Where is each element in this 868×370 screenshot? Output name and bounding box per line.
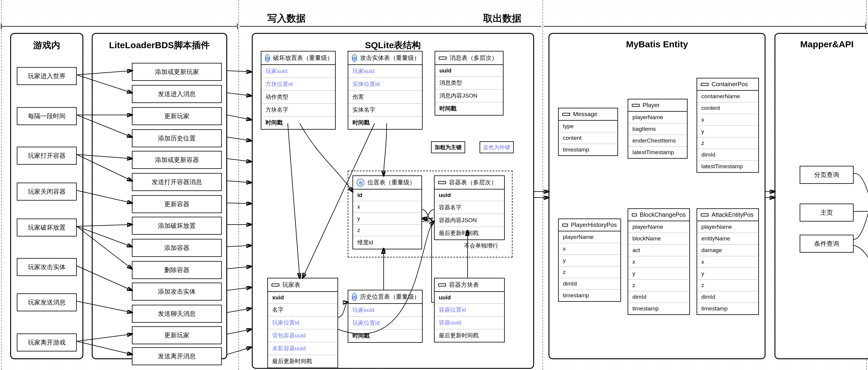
game-node-7[interactable]: 玩家离开游戏 xyxy=(17,334,77,351)
plugin-node-10[interactable]: 添加攻击实体 xyxy=(132,282,222,301)
class-icon xyxy=(562,224,568,227)
class-icon xyxy=(272,283,279,287)
db-icon: ◎ xyxy=(352,293,357,301)
plugin-node-8[interactable]: 添加容器 xyxy=(132,239,222,257)
db-icon: ◎ xyxy=(265,54,270,62)
panel-plugin-title: LiteLoaderBDS脚本插件 xyxy=(93,34,226,55)
ent-player-history-pos[interactable]: PlayerHistoryPos playerName x y z dimId … xyxy=(558,218,621,302)
tbl-container[interactable]: 容器表（多层次） uuid 容器名字 容器内容JSON 最后更新时间戳 xyxy=(434,175,505,240)
plugin-node-5[interactable]: 发送打开容器消息 xyxy=(132,173,222,191)
ent-block-change-pos[interactable]: BlockChangePos playerName blockName act … xyxy=(628,208,690,315)
ruler-read xyxy=(542,0,543,370)
plugin-node-7[interactable]: 添加破坏放置 xyxy=(132,217,222,235)
mapper-node-2[interactable]: 条件查询 xyxy=(800,235,854,253)
tbl-position[interactable]: ◎位置表（重量级） id x y z 维度id xyxy=(352,175,422,249)
game-node-4[interactable]: 玩家破坏放置 xyxy=(17,218,77,236)
plugin-node-4[interactable]: 添加或更新容器 xyxy=(132,151,222,169)
panel-mapper-title: Mapper&API xyxy=(775,34,868,53)
game-node-2[interactable]: 玩家打开容器 xyxy=(17,147,77,165)
db-icon: ◎ xyxy=(352,54,357,62)
class-icon xyxy=(439,57,446,60)
plugin-node-3[interactable]: 添加历史位置 xyxy=(132,129,222,147)
game-node-5[interactable]: 玩家攻击实体 xyxy=(17,258,77,276)
ruler-left xyxy=(1,0,2,370)
plugin-node-13[interactable]: 发送离开消息 xyxy=(132,347,222,365)
db-icon: ◎ xyxy=(357,179,365,187)
plugin-node-2[interactable]: 更新玩家 xyxy=(132,107,222,125)
heading-read: 取出数据 xyxy=(483,12,522,25)
class-icon xyxy=(701,213,709,216)
panel-mapper: Mapper&API xyxy=(774,33,868,359)
mapper-node-0[interactable]: 分页查询 xyxy=(800,166,854,184)
plugin-node-11[interactable]: 发送聊天消息 xyxy=(132,305,222,323)
legend-fk: 蓝色为外键 xyxy=(479,141,514,153)
panel-game-title: 游戏内 xyxy=(11,34,83,55)
game-node-0[interactable]: 玩家进入世界 xyxy=(17,67,77,85)
plugin-node-9[interactable]: 删除容器 xyxy=(132,261,222,279)
label-no-inc: 不会单独增行 xyxy=(464,242,498,250)
tbl-history-pos[interactable]: ◎历史位置表（重量级） 玩家xuid 玩家位置id 时间戳 xyxy=(348,290,423,343)
mapper-node-1[interactable]: 主页 xyxy=(800,204,854,222)
panel-mybatis-title: MyBatis Entity xyxy=(549,34,765,53)
ruler-write xyxy=(238,0,239,370)
heading-write: 写入数据 xyxy=(267,12,306,25)
ent-container-pos[interactable]: ContainerPos containerName content x y z… xyxy=(696,78,759,173)
class-icon xyxy=(701,83,709,86)
plugin-node-12[interactable]: 更新玩家 xyxy=(132,326,222,344)
label-index: 索引 xyxy=(425,216,436,224)
tbl-message[interactable]: 消息表（多层次） uuid 消息类型 消息内容JSON 时间戳 xyxy=(435,51,503,115)
class-icon xyxy=(438,181,446,184)
plugin-node-0[interactable]: 添加或更新玩家 xyxy=(132,63,222,81)
legend-pk: 加粗为主键 xyxy=(431,141,465,153)
ent-attack-entity-pos[interactable]: AttackEntityPos playerName entityName da… xyxy=(696,208,759,315)
tbl-attack-entity[interactable]: ◎攻击实体表（重量级） 玩家xuid 实体位置id 伤害 实体名字 时间戳 xyxy=(348,51,423,130)
plugin-node-6[interactable]: 更新容器 xyxy=(132,195,222,213)
game-node-6[interactable]: 玩家发送消息 xyxy=(17,293,77,311)
tbl-container-block[interactable]: 容器方块表 uuid 容器位置id 容器uuid 最后更新时间戳 xyxy=(434,278,505,342)
tbl-player[interactable]: 玩家表 xuid 名字 玩家位置id 背包容器uuid 末影容器uuid 最后更… xyxy=(267,278,338,368)
game-node-1[interactable]: 每隔一段时间 xyxy=(17,107,77,125)
class-icon xyxy=(632,104,640,107)
plugin-node-1[interactable]: 发送进入消息 xyxy=(132,85,222,103)
ent-player[interactable]: Player playerName bagItems enderChestIte… xyxy=(628,99,688,159)
class-icon xyxy=(632,213,637,216)
tbl-break-place[interactable]: ◎破坏放置表（重量级） 玩家xuid 方块位置id 动作类型 方块名字 时间戳 xyxy=(261,51,336,130)
ent-message[interactable]: Message type content timestamp xyxy=(558,108,618,156)
class-icon xyxy=(562,113,570,116)
game-node-3[interactable]: 玩家关闭容器 xyxy=(17,182,77,201)
class-icon xyxy=(438,283,446,287)
